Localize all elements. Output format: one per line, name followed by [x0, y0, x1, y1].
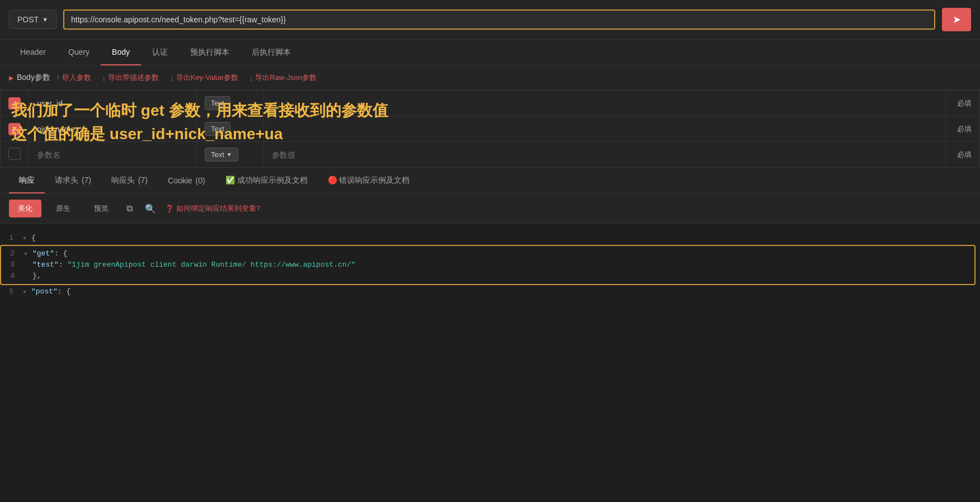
tab-post-script[interactable]: 后执行脚本 — [241, 40, 302, 65]
code-line-2: 2 ▾ "get": { — [1, 248, 974, 259]
line-number: 5 — [0, 287, 22, 296]
checkbox-cell[interactable]: ✓ — [1, 91, 29, 116]
arrow-down-icon: ↓ — [102, 74, 106, 82]
fold-arrow[interactable]: ▾ — [22, 287, 31, 296]
tab-cookie[interactable]: Cookie (0) — [158, 168, 215, 193]
help-link[interactable]: ❓ 如何绑定响应结果到变量? — [165, 203, 260, 214]
checkbox-cell[interactable] — [1, 142, 29, 168]
export-kv-button[interactable]: ↓ 导出Key-Value参数 — [170, 73, 238, 83]
line-content: "get": { — [32, 249, 974, 258]
response-headers-label: 响应头 — [111, 176, 135, 184]
help-circle-icon: ❓ — [165, 205, 174, 213]
tab-response-headers[interactable]: 响应头 (7) — [101, 168, 158, 193]
send-button[interactable]: ➤ — [942, 8, 971, 31]
line-number: 1 — [0, 234, 22, 242]
search-button[interactable]: 🔍 — [142, 200, 159, 217]
preview-button[interactable]: 预览 — [85, 200, 117, 217]
param-name-cell — [29, 142, 197, 168]
code-line-3: 3 ▾ "test": "1jim greenApipost client da… — [1, 259, 974, 271]
url-bar: POST ▼ ➤ — [0, 0, 980, 40]
line-number: 3 — [1, 261, 23, 269]
type-badge[interactable]: Text ▼ — [205, 148, 238, 162]
code-line-4: 4 ▾ }, — [1, 271, 974, 282]
export-desc-label: 导出带描述参数 — [108, 73, 159, 83]
tab-auth[interactable]: 认证 — [141, 40, 179, 65]
type-label: Text — [211, 99, 224, 107]
checkbox-checked-icon[interactable]: ✓ — [8, 123, 21, 135]
import-params-button[interactable]: ↑ ↑ 导入参数 — [62, 73, 91, 83]
error-icon: 🔴 — [328, 176, 337, 184]
export-raw-label: 导出Raw-Json参数 — [255, 73, 317, 83]
request-headers-label: 请求头 — [55, 176, 78, 184]
method-select[interactable]: POST ▼ — [9, 10, 56, 29]
code-line-5: 5 ▾ "post": { — [0, 286, 980, 297]
table-row: ✓ Text 必填 — [1, 116, 980, 142]
param-name-cell — [29, 91, 197, 116]
type-badge[interactable]: Text — [205, 122, 230, 136]
checkbox-empty[interactable] — [8, 148, 21, 160]
response-toolbar: 美化 原生 预览 ⧉ 🔍 ❓ 如何绑定响应结果到变量? — [0, 194, 980, 224]
help-text: 如何绑定响应结果到变量? — [176, 203, 260, 214]
tab-request-headers[interactable]: 请求头 (7) — [45, 168, 101, 193]
arrow-down-icon3: ↓ — [249, 74, 253, 82]
line-content: "test": "1jim greenApipost client darwin… — [32, 261, 974, 269]
param-value-cell — [264, 116, 946, 142]
success-icon: ✅ — [225, 176, 235, 184]
param-name-input[interactable] — [37, 99, 189, 108]
param-type-cell: Text — [197, 91, 264, 116]
code-line-1: 1 ▾ { — [0, 233, 980, 244]
line-number: 2 — [1, 249, 23, 258]
tab-body[interactable]: Body — [101, 40, 141, 65]
type-badge[interactable]: Text — [205, 96, 230, 110]
type-label: Text — [211, 150, 224, 159]
param-value-input[interactable] — [272, 125, 938, 134]
param-name-input[interactable] — [37, 125, 189, 134]
param-name-cell — [29, 116, 197, 142]
url-input[interactable] — [63, 10, 935, 30]
raw-button[interactable]: 原生 — [47, 200, 79, 217]
beautify-button[interactable]: 美化 — [9, 200, 41, 217]
tab-query[interactable]: Query — [57, 40, 101, 65]
app-container: POST ▼ ➤ Header Query Body 认证 预执行脚本 后执行脚… — [0, 0, 980, 502]
param-value-cell — [264, 91, 946, 116]
response-headers-badge: (7) — [138, 176, 148, 184]
response-tab-label: 响应 — [19, 176, 35, 184]
export-kv-label: 导出Key-Value参数 — [176, 73, 238, 83]
request-headers-badge: (7) — [82, 176, 91, 184]
param-name-input[interactable] — [37, 150, 189, 159]
param-type-cell: Text ▼ — [197, 142, 264, 168]
tab-pre-script[interactable]: 预执行脚本 — [179, 40, 241, 65]
copy-button[interactable]: ⧉ — [123, 200, 136, 217]
param-value-input[interactable] — [272, 99, 938, 108]
param-value-input[interactable] — [272, 150, 938, 159]
params-title-label: Body参数 — [17, 73, 50, 83]
required-label: 必填 — [957, 125, 972, 133]
fold-arrow[interactable]: ▾ — [23, 249, 32, 258]
checkbox-cell[interactable]: ✓ — [1, 116, 29, 142]
response-code-area: 1 ▾ { 2 ▾ "get": { 3 ▾ — [0, 224, 980, 502]
line-number: 4 — [1, 272, 23, 280]
send-icon: ➤ — [953, 13, 961, 26]
params-toolbar: ▶ Body参数 ↑ ↑ 导入参数 ↓ 导出带描述参数 ↓ 导出Key-Valu… — [0, 66, 980, 90]
export-raw-button[interactable]: ↓ 导出Raw-Json参数 — [249, 73, 317, 83]
required-label: 必填 — [957, 99, 972, 107]
cookie-badge: (0) — [196, 176, 205, 185]
chevron-down-icon: ▼ — [227, 151, 232, 158]
tab-success-example[interactable]: ✅ 成功响应示例及文档 — [215, 168, 318, 193]
type-label: Text — [211, 125, 224, 133]
checkbox-checked-icon[interactable]: ✓ — [8, 97, 21, 110]
import-label: ↑ 导入参数 — [56, 73, 91, 83]
fold-arrow[interactable]: ▾ — [22, 234, 31, 243]
tab-error-example[interactable]: 🔴 错误响应示例及文档 — [318, 168, 420, 193]
table-row: Text ▼ 必填 — [1, 142, 980, 168]
arrow-down-icon2: ↓ — [170, 74, 174, 82]
line-content: }, — [32, 272, 974, 280]
tab-header[interactable]: Header — [9, 40, 57, 65]
required-label: 必填 — [957, 150, 972, 159]
line-content: "post": { — [31, 287, 980, 296]
export-desc-button[interactable]: ↓ 导出带描述参数 — [102, 73, 159, 83]
tab-response[interactable]: 响应 — [9, 168, 45, 193]
copy-icon: ⧉ — [126, 203, 133, 213]
required-cell: 必填 — [946, 116, 980, 142]
method-label: POST — [17, 15, 39, 24]
